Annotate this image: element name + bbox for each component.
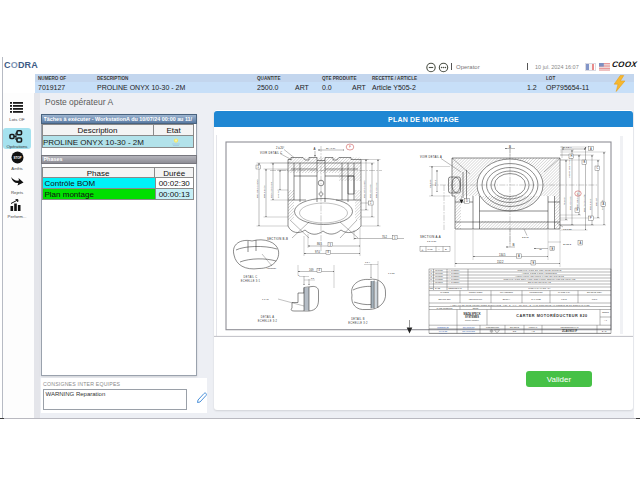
svg-text:⊥: ⊥ (421, 248, 424, 252)
svg-text:STOP: STOP (13, 156, 21, 160)
svg-text:5: 5 (298, 274, 300, 276)
svg-text:Ø100 (0/-0.054): Ø100 (0/-0.054) (270, 182, 272, 198)
svg-text:A: A (431, 281, 433, 283)
svg-text:C: C (596, 166, 598, 170)
svg-text:A3: A3 (532, 330, 536, 333)
svg-text:ZCA0903.sld: ZCA0903.sld (463, 326, 475, 328)
svg-text:0.245: 0.245 (561, 298, 567, 300)
svg-text:Ø62 h9 (0/-0.074): Ø62 h9 (0/-0.074) (583, 194, 585, 212)
svg-text:A DEFAUT DE COTE TOLERANCEE SP: A DEFAUT DE COTE TOLERANCEE SPECIFIQUE :… (450, 304, 590, 306)
svg-text:01/10/20: 01/10/20 (435, 269, 444, 271)
svg-text:Ø80 H7: Ø80 H7 (595, 197, 597, 206)
svg-text:E: E (577, 208, 579, 212)
svg-text:B: B (513, 243, 515, 247)
svg-text:A. THIERRY: A. THIERRY (449, 269, 461, 271)
svg-text:A. THIERRY: A. THIERRY (449, 275, 461, 277)
svg-text:A.T.: A.T. (604, 319, 608, 321)
svg-text:ECHELLE 3:1: ECHELLE 3:1 (241, 279, 261, 283)
svg-text:MATIERE: MATIERE (440, 291, 449, 293)
svg-text:B: B (445, 248, 447, 251)
svg-text:A: A (314, 147, 316, 151)
svg-text:134.5: 134.5 (499, 253, 506, 257)
svg-text:01/12/19: 01/12/19 (435, 281, 444, 283)
svg-text:06/05/20: 06/05/20 (435, 275, 444, 277)
svg-text:169: 169 (309, 268, 314, 272)
svg-text:Ø55.6 ±0.1: Ø55.6 ±0.1 (589, 198, 591, 210)
svg-text:B: B (509, 145, 511, 149)
svg-text:A: A (518, 254, 520, 258)
svg-text:A. THIERRY: A. THIERRY (449, 281, 461, 283)
svg-text:1 à 30°: 1 à 30° (388, 272, 396, 275)
svg-text:EDITION ORIGINALE: EDITION ORIGINALE (528, 281, 551, 283)
svg-text:VOIR DETAIL B: VOIR DETAIL B (568, 156, 571, 178)
svg-text:ZCA0903.dwg: ZCA0903.dwg (462, 330, 475, 332)
svg-text:FORMAT: FORMAT (529, 326, 538, 328)
svg-text:A: A (590, 147, 592, 151)
svg-text:Ø52 (0/-0.03): Ø52 (0/-0.03) (569, 196, 571, 210)
svg-text:Ø44.8 ±0.05: Ø44.8 ±0.05 (263, 185, 265, 198)
svg-text:2.5/45°: 2.5/45° (522, 236, 530, 239)
svg-text:ECHELLE (REF): ECHELLE (REF) (587, 291, 602, 293)
svg-text:IND: IND (429, 287, 433, 289)
svg-text:MODELE 3D: MODELE 3D (437, 326, 449, 328)
svg-text:SECTION B-B: SECTION B-B (267, 237, 288, 241)
svg-text:M: M (430, 278, 432, 280)
svg-text:CARTER MOTORÉDUCTEUR 820: CARTER MOTORÉDUCTEUR 820 (516, 313, 587, 318)
svg-text:R: R (430, 272, 432, 274)
svg-text:1:347: 1:347 (592, 298, 598, 300)
svg-text:TRAITEMENT: TRAITEMENT (500, 291, 514, 293)
svg-text:ISO 2768-mK: ISO 2768-mK (469, 298, 483, 300)
svg-text:DESSIN: DESSIN (602, 311, 609, 313)
svg-text:2.2: 2.2 (311, 277, 315, 279)
svg-text:B: B (584, 160, 586, 164)
svg-text:PROTECTION: PROTECTION (529, 291, 543, 293)
svg-text:A: A (438, 248, 440, 251)
svg-text:A. THIERRY: A. THIERRY (449, 278, 461, 280)
svg-text:3:5: 3:5 (513, 330, 517, 333)
svg-text:152.2: 152.2 (497, 260, 504, 264)
svg-text:REFERENCE PLAN: REFERENCE PLAN (560, 326, 579, 328)
svg-text:76 ±0.2: 76 ±0.2 (563, 197, 565, 205)
svg-text:DETAIL A: DETAIL A (261, 315, 275, 319)
svg-text:F: F (349, 145, 351, 149)
svg-text:B: B (552, 247, 554, 251)
svg-text:0.5 à 30°: 0.5 à 30° (563, 228, 573, 231)
svg-text:Ø40 H8 (+0.039/0): Ø40 H8 (+0.039/0) (256, 179, 258, 198)
svg-text:PROJECTION: PROJECTION (486, 326, 499, 328)
svg-text:SECTION A-A: SECTION A-A (420, 235, 441, 239)
svg-text:45: 45 (539, 248, 542, 251)
svg-text:1.2 x: 1.2 x (365, 261, 371, 263)
svg-text:AJOUT COTE POUR LOGEMENT: AJOUT COTE POUR LOGEMENT (522, 272, 558, 274)
svg-text:ZCA0903 IF: ZCA0903 IF (562, 329, 578, 333)
svg-text:A: A (580, 241, 582, 245)
svg-text:DETAIL C: DETAIL C (244, 275, 258, 279)
svg-text:1 à 45°: 1 à 45° (262, 298, 270, 301)
svg-text:PLAN 2D: PLAN 2D (439, 330, 448, 332)
svg-text:JEUDI: JEUDI (473, 307, 479, 309)
svg-text:Ø98.8 (0/-0.05): Ø98.8 (0/-0.05) (375, 182, 377, 198)
svg-text:Ø11.2: Ø11.2 (434, 179, 436, 186)
svg-text:2 à 20°: 2 à 20° (276, 146, 284, 150)
svg-text:EN-GJL 250: EN-GJL 250 (439, 298, 452, 300)
svg-text:MODIFICATION DES ALESAGES POUR: MODIFICATION DES ALESAGES POUR CENTRALES… (503, 278, 576, 280)
svg-text:04/02/20: 04/02/20 (435, 278, 444, 280)
svg-text:DESSINE PAR: DESSINE PAR (449, 287, 463, 289)
svg-text:VOIR DETAIL C: VOIR DETAIL C (260, 151, 282, 155)
svg-text:EPOXY: EPOXY (503, 298, 511, 300)
svg-text:H: H (570, 154, 572, 158)
svg-text:A: A (603, 202, 605, 206)
svg-text:0.02: 0.02 (428, 248, 433, 251)
svg-text:AJOUT USINAGE POUR FIXER ETANC: AJOUT USINAGE POUR FIXER ETANCHEITE (515, 275, 564, 277)
svg-text:27.35.2: 27.35.2 (563, 243, 572, 246)
svg-text:86.5: 86.5 (317, 242, 323, 246)
svg-text:1/4 DAC: 1/4 DAC (429, 179, 431, 188)
svg-text:70.2: 70.2 (382, 235, 388, 239)
svg-text:D: D (466, 199, 468, 203)
svg-text:26 ±0.1x: 26 ±0.1x (326, 147, 336, 150)
svg-text:MASSE (KG): MASSE (KG) (558, 291, 570, 293)
svg-text:104 min: 104 min (277, 189, 279, 198)
svg-text:TOLERANCES: TOLERANCES (469, 291, 483, 293)
svg-text:MODIFICATION DU PER COTE GROOV: MODIFICATION DU PER COTE GROOVE (517, 269, 562, 271)
svg-text:Ø55 H7 (+0.03/0): Ø55 H7 (+0.03/0) (363, 180, 365, 198)
svg-text:03/09/20: 03/09/20 (435, 272, 444, 274)
